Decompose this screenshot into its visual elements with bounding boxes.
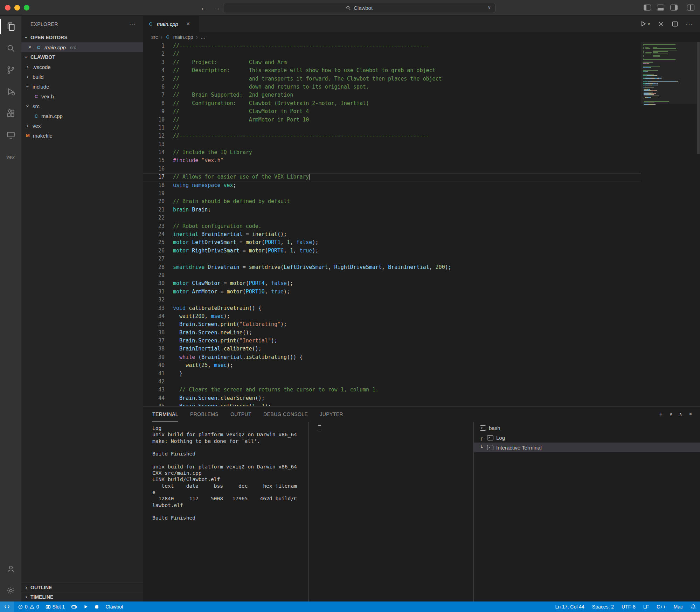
run-project-button[interactable] xyxy=(80,601,91,612)
panel-tab-terminal[interactable]: TERMINAL xyxy=(152,406,178,422)
vex-slot-button[interactable]: Slot 1 xyxy=(42,601,68,612)
code-line-19[interactable]: 19 xyxy=(143,189,641,197)
open-editor-item-main-cpp[interactable]: × C main.cpp src xyxy=(21,42,143,52)
code-line-45[interactable]: 45 Brain.Screen.setCursor(1, 1); xyxy=(143,402,641,406)
indentation-status[interactable]: Spaces: 2 xyxy=(588,601,618,612)
tree-item--vscode[interactable]: ›.vscode xyxy=(21,62,143,72)
code-line-17[interactable]: 17// Allows for easier use of the VEX Li… xyxy=(143,173,641,181)
customize-layout-button[interactable] xyxy=(687,5,694,11)
code-line-3[interactable]: 3// Project: Claw and Arm xyxy=(143,58,641,67)
more-actions-icon[interactable]: ··· xyxy=(686,20,693,28)
open-editors-header[interactable]: › OPEN EDITORS xyxy=(21,33,143,42)
toggle-primary-sidebar-button[interactable] xyxy=(644,5,651,11)
code-line-8[interactable]: 8// Configuration: Clawbot (Drivetrain 2… xyxy=(143,99,641,107)
chevron-down-icon[interactable]: ∨ xyxy=(487,5,491,10)
breadcrumb-item[interactable]: main.cpp xyxy=(173,34,193,40)
code-line-11[interactable]: 11// xyxy=(143,124,641,132)
project-name-status[interactable]: Clawbot xyxy=(102,601,126,612)
search-icon[interactable] xyxy=(0,37,21,59)
code-line-24[interactable]: 24inertial BrainInertial = inertial(); xyxy=(143,230,641,238)
code-line-42[interactable]: 42 xyxy=(143,378,641,386)
code-editor[interactable]: 1//-------------------------------------… xyxy=(143,42,697,406)
code-line-31[interactable]: 31motor ArmMotor = motor(PORT10, true); xyxy=(143,288,641,296)
code-line-14[interactable]: 14// Include the IQ Library xyxy=(143,148,641,157)
tree-item-build[interactable]: ›build xyxy=(21,72,143,82)
code-line-4[interactable]: 4// Description: This example will show … xyxy=(143,67,641,75)
code-line-23[interactable]: 23// Robot configuration code. xyxy=(143,222,641,230)
code-line-40[interactable]: 40 wait(25, msec); xyxy=(143,361,641,369)
panel-tab-output[interactable]: OUTPUT xyxy=(230,406,251,422)
panel-tab-debug-console[interactable]: DEBUG CONSOLE xyxy=(263,406,308,422)
code-line-33[interactable]: 33void calibrateDrivetrain() { xyxy=(143,304,641,312)
tree-item-main-cpp[interactable]: Cmain.cpp xyxy=(21,111,143,121)
code-line-21[interactable]: 21brain Brain; xyxy=(143,206,641,214)
code-line-15[interactable]: 15#include "vex.h" xyxy=(143,157,641,165)
interactive-terminal-pane[interactable] xyxy=(308,422,473,601)
code-line-9[interactable]: 9// ClawMotor in Port 4 xyxy=(143,107,641,116)
code-line-22[interactable]: 22 xyxy=(143,214,641,222)
remote-explorer-icon[interactable] xyxy=(0,124,21,146)
outline-section-header[interactable]: › OUTLINE xyxy=(21,583,143,592)
explorer-icon[interactable] xyxy=(0,16,21,37)
code-line-37[interactable]: 37 Brain.Screen.print("Inertial"); xyxy=(143,337,641,345)
code-line-39[interactable]: 39 while (BrainInertial.isCalibrating())… xyxy=(143,353,641,361)
code-line-2[interactable]: 2// xyxy=(143,50,641,58)
close-window-button[interactable] xyxy=(5,5,11,11)
code-line-38[interactable]: 38 BrainInertial.calibrate(); xyxy=(143,345,641,353)
source-control-icon[interactable] xyxy=(0,59,21,81)
code-line-25[interactable]: 25motor LeftDriveSmart = motor(PORT1, 1,… xyxy=(143,238,641,246)
notifications-bell-icon[interactable] xyxy=(687,601,700,612)
code-line-29[interactable]: 29 xyxy=(143,271,641,279)
extensions-icon[interactable] xyxy=(0,103,21,124)
workspace-root-header[interactable]: › CLAWBOT xyxy=(21,52,143,62)
code-line-18[interactable]: 18using namespace vex; xyxy=(143,181,641,189)
code-line-27[interactable]: 27 xyxy=(143,255,641,263)
terminal-output[interactable]: Logunix build for platform vexiq2 on Dar… xyxy=(143,422,308,601)
code-line-5[interactable]: 5// and transports it forward. The Clawb… xyxy=(143,75,641,83)
encoding-status[interactable]: UTF-8 xyxy=(618,601,639,612)
tab-main-cpp[interactable]: C main.cpp × xyxy=(143,16,199,32)
code-line-6[interactable]: 6// down and returns to its original spo… xyxy=(143,83,641,91)
split-editor-icon[interactable] xyxy=(672,21,678,27)
tree-item-src[interactable]: ›src xyxy=(21,101,143,111)
panel-tab-jupyter[interactable]: JUPYTER xyxy=(320,406,343,422)
terminal-dropdown-icon[interactable]: ∨ xyxy=(669,412,672,417)
tree-item-vex[interactable]: ›vex xyxy=(21,121,143,131)
controller-button[interactable] xyxy=(68,601,80,612)
code-line-32[interactable]: 32 xyxy=(143,296,641,304)
new-terminal-button[interactable]: + xyxy=(659,411,663,418)
code-line-28[interactable]: 28smartdrive Drivetrain = smartdrive(Lef… xyxy=(143,263,641,271)
terminal-list-item-bash[interactable]: >bash xyxy=(474,423,700,433)
maximize-panel-icon[interactable]: ∧ xyxy=(679,412,682,417)
code-line-20[interactable]: 20// Brain should be defined by default xyxy=(143,197,641,206)
remote-indicator[interactable] xyxy=(0,601,14,612)
close-icon[interactable]: × xyxy=(28,44,33,51)
code-line-35[interactable]: 35 Brain.Screen.print("Calibrating"); xyxy=(143,320,641,328)
language-mode-status[interactable]: C++ xyxy=(653,601,670,612)
toggle-secondary-sidebar-button[interactable] xyxy=(670,5,678,11)
close-panel-icon[interactable]: × xyxy=(689,411,692,418)
command-center-search[interactable]: Clawbot ∨ xyxy=(223,3,495,13)
timeline-section-header[interactable]: › TIMELINE xyxy=(21,592,143,601)
panel-tab-problems[interactable]: PROBLEMS xyxy=(190,406,219,422)
cursor-position-status[interactable]: Ln 17, Col 44 xyxy=(552,601,588,612)
eol-status[interactable]: LF xyxy=(639,601,653,612)
code-line-30[interactable]: 30motor ClawMotor = motor(PORT4, false); xyxy=(143,279,641,287)
tree-item-include[interactable]: ›include xyxy=(21,82,143,91)
code-line-10[interactable]: 10// ArmMotor in Port 10 xyxy=(143,116,641,124)
code-line-41[interactable]: 41 } xyxy=(143,370,641,378)
platform-status[interactable]: Mac xyxy=(670,601,687,612)
minimize-window-button[interactable] xyxy=(14,5,20,11)
close-icon[interactable]: × xyxy=(186,20,190,27)
code-line-34[interactable]: 34 wait(200, msec); xyxy=(143,312,641,320)
code-line-1[interactable]: 1//-------------------------------------… xyxy=(143,42,641,50)
code-line-44[interactable]: 44 Brain.Screen.clearScreen(); xyxy=(143,394,641,402)
tree-item-makefile[interactable]: Mmakefile xyxy=(21,131,143,140)
run-file-button[interactable]: ∨ xyxy=(640,20,650,27)
code-line-12[interactable]: 12//------------------------------------… xyxy=(143,132,641,140)
zoom-window-button[interactable] xyxy=(24,5,29,11)
run-debug-icon[interactable] xyxy=(0,81,21,103)
terminal-list-item-log[interactable]: ┌>Log xyxy=(474,433,700,443)
account-icon[interactable] xyxy=(0,558,21,580)
editor-scrollbar[interactable] xyxy=(697,42,700,406)
